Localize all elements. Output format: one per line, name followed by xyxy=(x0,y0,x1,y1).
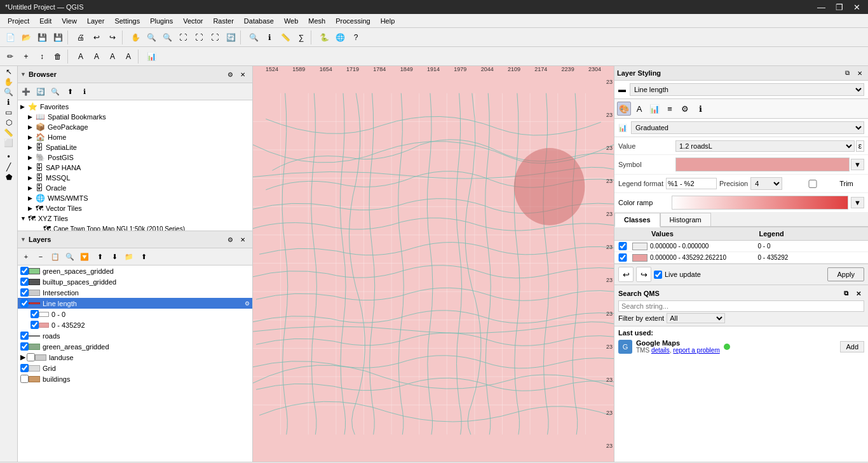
save-as-btn[interactable]: 💾 xyxy=(50,30,65,45)
symbol-change-btn[interactable]: ▼ xyxy=(851,159,864,170)
new-btn[interactable]: 📄 xyxy=(3,30,18,45)
browser-refresh-btn[interactable]: 🔄 xyxy=(34,84,48,98)
measure-area-tool[interactable]: ⬜ xyxy=(4,138,13,147)
style-metadata-icon[interactable]: ℹ xyxy=(693,102,707,116)
measure-btn[interactable]: 📏 xyxy=(278,30,293,45)
browser-item-postgis[interactable]: ▶🐘PostGIS xyxy=(18,152,252,163)
menu-settings[interactable]: Settings xyxy=(109,16,145,26)
tab-histogram[interactable]: Histogram xyxy=(660,213,711,226)
class-0-check[interactable] xyxy=(617,242,628,250)
layer-filter-btn[interactable]: 🔍 xyxy=(63,250,77,264)
print-btn[interactable]: 🖨 xyxy=(73,30,88,45)
help-tb-btn[interactable]: ? xyxy=(348,30,363,45)
layer-intersection-check[interactable] xyxy=(20,288,29,297)
browser-item-vectortiles[interactable]: ▶🗺Vector Tiles xyxy=(18,203,252,213)
layer-grid[interactable]: Grid xyxy=(18,363,252,373)
menu-raster[interactable]: Raster xyxy=(208,16,238,26)
value-epsilon-btn[interactable]: ε xyxy=(856,140,864,152)
browser-properties-btn[interactable]: ℹ xyxy=(78,84,92,98)
trim-checkbox[interactable] xyxy=(787,180,838,188)
menu-layer[interactable]: Layer xyxy=(82,16,110,26)
browser-item-geopackage[interactable]: ▶📦GeoPackage xyxy=(18,122,252,132)
layer-buildings[interactable]: buildings xyxy=(18,373,252,384)
browser-collapse-arrow[interactable]: ▼ xyxy=(20,71,26,77)
style-labels-icon[interactable]: A xyxy=(632,102,646,116)
layer-builtup[interactable]: builtup_spaces_gridded xyxy=(18,276,252,287)
class-row-0[interactable]: 0.000000 - 0.000000 0 - 0 xyxy=(614,241,868,252)
refresh-btn[interactable]: 🔄 xyxy=(223,30,238,45)
styling-float-btn[interactable]: ⧉ xyxy=(841,67,853,79)
browser-item-favorites[interactable]: ▶⭐Favorites xyxy=(18,102,252,112)
layers-close-btn[interactable]: ✕ xyxy=(237,234,248,245)
zoom-out-btn[interactable]: 🔍 xyxy=(159,30,175,45)
browser-item-mssql[interactable]: ▶🗄MSSQL xyxy=(18,173,252,183)
browser-filter-btn[interactable]: 🔍 xyxy=(48,84,62,98)
details-link[interactable]: details xyxy=(651,347,670,354)
colorramp-dropdown-btn[interactable]: ▼ xyxy=(851,197,864,208)
layer-builtup-check[interactable] xyxy=(20,278,29,286)
menu-processing[interactable]: Processing xyxy=(330,16,375,26)
browser-item-capetown[interactable]: 🗺Cape Town Topo Map NGI 1:50k (2010 Seri… xyxy=(18,224,252,231)
python-btn[interactable]: 🐍 xyxy=(316,30,332,45)
layer-green-areas-check[interactable] xyxy=(20,342,29,351)
layer-green-areas[interactable]: green_areas_gridded xyxy=(18,341,252,352)
minimize-btn[interactable]: — xyxy=(815,3,828,12)
close-btn[interactable]: ✕ xyxy=(851,3,863,12)
search-qgis-input[interactable] xyxy=(618,300,864,312)
layer-add-btn[interactable]: + xyxy=(19,250,33,264)
layer-roads[interactable]: roads xyxy=(18,330,252,341)
menu-vector[interactable]: Vector xyxy=(178,16,208,26)
layer-filter2-btn[interactable]: 🔽 xyxy=(78,250,92,264)
label3-btn[interactable]: A xyxy=(105,49,120,64)
layer-remove-btn[interactable]: − xyxy=(34,250,48,264)
redo-btn[interactable]: ↪ xyxy=(105,30,120,45)
menu-mesh[interactable]: Mesh xyxy=(303,16,330,26)
label2-btn[interactable]: A xyxy=(89,49,104,64)
layer-down-btn[interactable]: ⬇ xyxy=(107,250,121,264)
browser-item-bookmarks[interactable]: ▶📖Spatial Bookmarks xyxy=(18,112,252,122)
symbol-color-swatch[interactable] xyxy=(675,158,850,171)
layer-roads-check[interactable] xyxy=(20,332,29,340)
menu-help[interactable]: Help xyxy=(376,16,400,26)
globe-btn[interactable]: 🌐 xyxy=(332,30,348,45)
select-feature-btn[interactable]: 🔍 xyxy=(246,30,261,45)
layer-group-btn[interactable]: 📁 xyxy=(122,250,136,264)
add-polygon-tool[interactable]: ⬟ xyxy=(6,173,12,182)
move-feature-btn[interactable]: ↕ xyxy=(34,49,50,64)
styling-close-btn[interactable]: ✕ xyxy=(854,67,865,79)
save-btn[interactable]: 💾 xyxy=(34,30,50,45)
layer-green-spaces-check[interactable] xyxy=(20,267,29,275)
layers-settings-btn[interactable]: ⚙ xyxy=(224,234,236,245)
delete-feature-btn[interactable]: 🗑 xyxy=(50,49,65,64)
select-rect-tool[interactable]: ▭ xyxy=(5,108,12,117)
style-fields-icon[interactable]: ≡ xyxy=(663,102,677,116)
select-tool[interactable]: ↖ xyxy=(6,67,12,76)
renderer-select[interactable]: Graduated Single Symbol Categorized Rule… xyxy=(631,121,864,134)
layer-buildings-check[interactable] xyxy=(20,375,29,383)
layer-open-attr-btn[interactable]: 📋 xyxy=(48,250,62,264)
browser-item-saphana[interactable]: ▶🗄SAP HANA xyxy=(18,163,252,173)
edit-node-btn[interactable]: ✏ xyxy=(3,49,18,64)
legend-format-input[interactable] xyxy=(666,178,717,189)
search-qgis-float-btn[interactable]: ⧉ xyxy=(840,288,851,299)
layer-sub-0-0[interactable]: 0 - 0 xyxy=(18,309,252,319)
live-update-check[interactable] xyxy=(654,271,662,279)
menu-project[interactable]: Project xyxy=(3,16,34,26)
undo-btn[interactable]: ↩ xyxy=(89,30,104,45)
label-btn[interactable]: A xyxy=(73,49,88,64)
class-row-1[interactable]: 0.000000 - 435292.262210 0 - 435292 xyxy=(614,252,868,264)
layer-collapse-btn[interactable]: ⬆ xyxy=(137,250,151,264)
identify-tool[interactable]: ℹ xyxy=(7,98,10,107)
layer-up-btn[interactable]: ⬆ xyxy=(93,250,107,264)
styling-undo-btn[interactable]: ↩ xyxy=(618,267,634,282)
precision-select[interactable]: 4 0 1 2 3 5 xyxy=(750,177,782,190)
maximize-btn[interactable]: ❐ xyxy=(833,3,846,12)
menu-web[interactable]: Web xyxy=(279,16,303,26)
add-button[interactable]: Add xyxy=(840,341,864,352)
layers-collapse-arrow[interactable]: ▼ xyxy=(20,236,26,243)
browser-close-btn[interactable]: ✕ xyxy=(237,69,248,80)
diagram-btn[interactable]: 📊 xyxy=(144,49,159,64)
styling-redo-btn[interactable]: ↪ xyxy=(636,267,651,282)
identify-btn[interactable]: ℹ xyxy=(262,30,277,45)
browser-item-wmswmts[interactable]: ▶🌐WMS/WMTS xyxy=(18,193,252,203)
